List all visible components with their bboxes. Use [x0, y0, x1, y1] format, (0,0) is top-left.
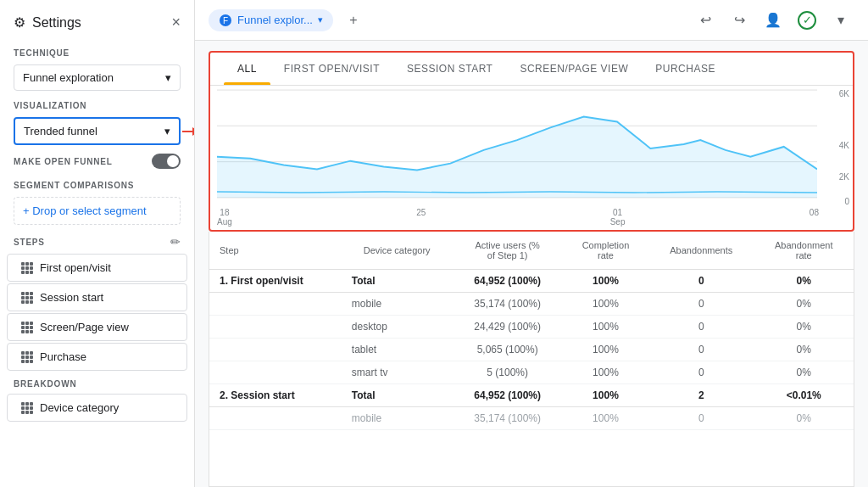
segment-label: SEGMENT COMPARISONS — [0, 174, 194, 193]
cell-active-users: 35,174 (100%) — [452, 293, 562, 316]
visualization-label: VISUALIZATION — [0, 94, 194, 114]
cell-device: Total — [342, 270, 453, 293]
col-device: Device category — [342, 232, 453, 270]
cell-completion: 100% — [563, 384, 648, 407]
drag-handle-icon — [21, 402, 33, 414]
cell-abandonment-rate: <0.01% — [754, 384, 854, 407]
step-item-first-open[interactable]: First open/visit — [7, 254, 187, 282]
cell-step — [209, 407, 342, 430]
drag-handle-icon — [21, 292, 33, 304]
cell-step: 1. First open/visit — [209, 270, 342, 293]
steps-header: STEPS ✏ — [0, 228, 194, 252]
cell-active-users: 5 (100%) — [452, 361, 562, 384]
chart-tab-session-start[interactable]: SESSION START — [393, 53, 506, 85]
y-label-0: 0 — [844, 197, 849, 206]
x-label-08: 08 — [810, 208, 819, 227]
segment-button[interactable]: + Drop or select segment — [14, 197, 181, 225]
col-step: Step — [209, 232, 342, 270]
cell-abandonments: 0 — [648, 407, 754, 430]
add-user-icon: 👤 — [765, 12, 782, 28]
cell-completion: 100% — [563, 270, 648, 293]
redo-button[interactable]: ↪ — [726, 7, 753, 34]
settings-sidebar: ⚙ Settings × TECHNIQUE Funnel exploratio… — [0, 0, 195, 487]
cell-device: smart tv — [342, 361, 453, 384]
topbar-actions: ↩ ↪ 👤 ✓ ▾ — [692, 7, 854, 34]
drag-handle-icon — [21, 262, 33, 274]
table-row: 1. First open/visit Total 64,952 (100%) … — [209, 270, 854, 293]
chart-tab-all[interactable]: ALL — [224, 53, 270, 85]
cell-active-users: 64,952 (100%) — [452, 384, 562, 407]
chevron-down-icon: ▾ — [837, 12, 844, 28]
funnel-icon: F — [219, 14, 232, 27]
cell-active-users: 64,952 (100%) — [452, 270, 562, 293]
chart-tab-purchase[interactable]: PURCHASE — [642, 53, 729, 85]
drag-handle-icon — [21, 322, 33, 333]
cell-completion: 100% — [563, 407, 648, 430]
chart-tabs: ALL FIRST OPEN/VISIT SESSION START SCREE… — [210, 53, 853, 86]
sidebar-title: ⚙ Settings — [14, 14, 81, 31]
open-funnel-toggle[interactable] — [152, 154, 181, 169]
chevron-down-icon: ▾ — [164, 125, 170, 137]
cell-abandonments: 0 — [648, 270, 754, 293]
add-tab-button[interactable]: + — [340, 7, 367, 34]
step-label: Screen/Page view — [40, 321, 129, 333]
technique-select[interactable]: Funnel exploration ▾ — [14, 64, 181, 91]
more-options-button[interactable]: ▾ — [827, 7, 854, 34]
breakdown-label: Device category — [40, 401, 119, 414]
cell-device: Total — [342, 384, 453, 407]
chart-area: ALL FIRST OPEN/VISIT SESSION START SCREE… — [209, 51, 854, 232]
cell-device: mobile — [342, 293, 453, 316]
visualization-select[interactable]: Trended funnel ▾ — [14, 117, 181, 145]
share-button[interactable]: 👤 — [760, 7, 787, 34]
x-axis: 18Aug 25 01Sep 08 — [217, 208, 819, 227]
gear-icon: ⚙ — [14, 14, 25, 31]
table-row: 2. Session start Total 64,952 (100%) 100… — [209, 384, 854, 407]
cell-abandonments: 0 — [648, 339, 754, 361]
edit-icon[interactable]: ✏ — [170, 235, 181, 249]
chart-tab-first-open[interactable]: FIRST OPEN/VISIT — [270, 53, 393, 85]
breakdown-item[interactable]: Device category — [7, 394, 187, 422]
cell-device: mobile — [342, 407, 453, 430]
cell-abandonment-rate: 0% — [754, 293, 854, 316]
cell-completion: 100% — [563, 316, 648, 339]
technique-label: TECHNIQUE — [0, 42, 194, 61]
close-icon[interactable]: × — [171, 14, 181, 31]
cell-active-users: 5,065 (100%) — [452, 339, 562, 361]
step-item-screen-page-view[interactable]: Screen/Page view — [7, 313, 187, 341]
col-abandonments: Abandonments — [648, 232, 754, 270]
chart-svg — [217, 89, 817, 199]
cell-device: desktop — [342, 316, 453, 339]
cell-abandonments: 0 — [648, 361, 754, 384]
step-item-purchase[interactable]: Purchase — [7, 343, 187, 371]
cell-abandonment-rate: 0% — [754, 316, 854, 339]
step-item-session-start[interactable]: Session start — [7, 283, 187, 311]
x-label-01: 01Sep — [610, 208, 626, 227]
cell-abandonment-rate: 0% — [754, 361, 854, 384]
undo-button[interactable]: ↩ — [692, 7, 719, 34]
step-label: Purchase — [40, 350, 86, 363]
steps-label: STEPS — [14, 238, 45, 247]
x-label-18: 18Aug — [217, 208, 232, 227]
chart-tab-screen-page-view[interactable]: SCREEN/PAGE VIEW — [506, 53, 642, 85]
table-row: mobile 35,174 (100%) 100% 0 0% — [209, 407, 854, 430]
cell-active-users: 35,174 (100%) — [452, 407, 562, 430]
arrow-annotation — [182, 131, 195, 132]
col-completion-rate: Completionrate — [563, 232, 648, 270]
cell-abandonment-rate: 0% — [754, 339, 854, 361]
x-label-25: 25 — [416, 208, 426, 227]
y-label-6k: 6K — [839, 89, 849, 98]
sidebar-header: ⚙ Settings × — [0, 10, 194, 42]
check-icon: ✓ — [798, 11, 816, 30]
cell-step: 2. Session start — [209, 384, 342, 407]
steps-list: First open/visit Session start Screen/Pa… — [0, 252, 194, 372]
check-button[interactable]: ✓ — [793, 7, 821, 34]
open-funnel-label: MAKE OPEN FUNNEL — [14, 157, 145, 166]
table-row: smart tv 5 (100%) 100% 0 0% — [209, 361, 854, 384]
main-content: F Funnel explor... ▾ + ↩ ↪ 👤 ✓ ▾ — [195, 0, 868, 487]
cell-completion: 100% — [563, 361, 648, 384]
open-funnel-row: MAKE OPEN FUNNEL — [0, 148, 194, 174]
table-header-row: Step Device category Active users (%of S… — [209, 232, 854, 270]
drag-handle-icon — [21, 351, 33, 363]
funnel-tab[interactable]: F Funnel explor... ▾ — [209, 9, 333, 31]
y-label-4k: 4K — [839, 141, 849, 150]
